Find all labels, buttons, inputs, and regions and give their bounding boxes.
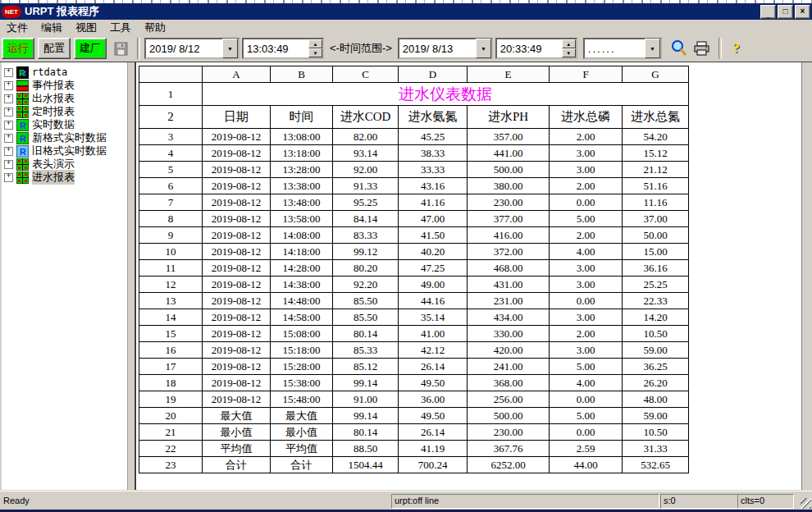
cell[interactable]: 230.00 xyxy=(468,424,550,441)
cell[interactable]: 合计 xyxy=(203,457,271,473)
cell[interactable]: 6252.00 xyxy=(468,457,550,473)
tree-item-event-report[interactable]: + 事件报表 xyxy=(4,79,127,92)
cell[interactable]: 2019-08-12 xyxy=(203,162,271,178)
cell[interactable]: 3.00 xyxy=(550,162,623,178)
cell[interactable]: 2019-08-12 xyxy=(203,342,271,359)
cell[interactable]: 14:58:00 xyxy=(271,309,333,326)
row-number[interactable]: 16 xyxy=(139,342,203,359)
cell[interactable]: 5.00 xyxy=(550,211,623,227)
cell[interactable]: 2019-08-12 xyxy=(203,375,271,391)
column-header[interactable]: C xyxy=(333,66,399,83)
cell[interactable]: 2019-08-12 xyxy=(203,178,271,194)
row-number[interactable]: 14 xyxy=(139,309,203,326)
tree-item-timed-report[interactable]: + 定时报表 xyxy=(4,105,127,118)
cell[interactable]: 25.25 xyxy=(623,277,689,293)
row-number[interactable]: 21 xyxy=(139,424,203,441)
cell[interactable]: 51.16 xyxy=(623,178,689,194)
end-time-spinner[interactable]: 20:33:49 ▲ ▼ xyxy=(495,38,577,59)
cell[interactable]: 50.00 xyxy=(623,227,689,244)
tree-item-realtime-data[interactable]: + R 实时数据 xyxy=(4,118,127,131)
cell[interactable]: 83.33 xyxy=(333,227,399,244)
cell[interactable]: 45.25 xyxy=(399,129,468,145)
build-plant-button[interactable]: 建厂 xyxy=(74,38,107,59)
cell[interactable]: 13:08:00 xyxy=(271,129,333,145)
report-select[interactable]: ...... ▼ xyxy=(583,38,662,59)
cell[interactable]: 0.00 xyxy=(550,391,623,408)
cell[interactable]: 256.00 xyxy=(468,391,550,408)
cell[interactable]: 3.00 xyxy=(550,260,623,277)
cell[interactable]: 26.14 xyxy=(399,424,468,441)
row-number[interactable]: 12 xyxy=(139,277,203,293)
column-header[interactable]: B xyxy=(271,66,333,83)
cell[interactable]: 13:38:00 xyxy=(271,178,333,194)
cell[interactable]: 14:48:00 xyxy=(271,293,333,309)
cell[interactable]: 4.00 xyxy=(550,244,623,260)
cell[interactable]: 59.00 xyxy=(623,408,689,424)
close-button[interactable]: × xyxy=(795,5,810,19)
cell[interactable]: 3.00 xyxy=(550,145,623,162)
cell[interactable]: 700.24 xyxy=(399,457,468,473)
cell[interactable]: 416.00 xyxy=(468,227,550,244)
cell[interactable]: 2.00 xyxy=(550,227,623,244)
cell[interactable]: 2019-08-12 xyxy=(203,227,271,244)
menu-tools[interactable]: 工具 xyxy=(103,20,138,36)
cell[interactable]: 91.33 xyxy=(333,178,399,194)
cell[interactable]: 36.25 xyxy=(623,359,689,375)
cell[interactable]: 2019-08-12 xyxy=(203,293,271,309)
cell[interactable]: 95.25 xyxy=(333,194,399,211)
expand-plus-icon[interactable]: + xyxy=(4,134,13,143)
menu-view[interactable]: 视图 xyxy=(69,20,103,36)
cell[interactable]: 49.50 xyxy=(399,408,468,424)
cell[interactable]: 230.00 xyxy=(468,194,550,211)
row-number[interactable]: 23 xyxy=(139,457,203,473)
cell[interactable]: 10.50 xyxy=(623,424,689,441)
tree-item-rtdata[interactable]: + RR rtdata xyxy=(4,66,127,79)
cell[interactable]: 最大值 xyxy=(203,408,271,424)
cell[interactable]: 36.16 xyxy=(623,260,689,277)
cell[interactable]: 85.50 xyxy=(333,293,399,309)
cell[interactable]: 13:48:00 xyxy=(271,194,333,211)
tree-item-outflow-report[interactable]: + 出水报表 xyxy=(4,92,127,105)
tree-item-inflow-report[interactable]: + 进水报表 xyxy=(4,171,127,184)
cell[interactable]: 41.50 xyxy=(399,227,468,244)
cell[interactable]: 合计 xyxy=(271,457,333,473)
tree-item-newformat-realtime[interactable]: + R 新格式实时数据 xyxy=(4,131,127,144)
cell[interactable]: 85.33 xyxy=(333,342,399,359)
row-number[interactable]: 15 xyxy=(139,326,203,342)
cell[interactable]: 441.00 xyxy=(468,145,550,162)
cell[interactable]: 85.12 xyxy=(333,359,399,375)
cell[interactable]: 380.00 xyxy=(468,178,550,194)
cell[interactable]: 最大值 xyxy=(271,408,333,424)
row-number[interactable]: 22 xyxy=(139,441,203,457)
chevron-down-icon[interactable]: ▼ xyxy=(645,39,660,58)
cell[interactable]: 10.50 xyxy=(623,326,689,342)
cell[interactable]: 26.14 xyxy=(399,359,468,375)
row-number[interactable]: 1 xyxy=(139,83,203,106)
cell[interactable]: 2.00 xyxy=(550,178,623,194)
cell[interactable]: 0.00 xyxy=(550,293,623,309)
expand-plus-icon[interactable]: + xyxy=(4,68,13,77)
cell[interactable]: 13:58:00 xyxy=(271,211,333,227)
cell[interactable]: 47.25 xyxy=(399,260,468,277)
cell[interactable]: 47.00 xyxy=(399,211,468,227)
cell[interactable]: 5.00 xyxy=(550,359,623,375)
cell[interactable]: 372.00 xyxy=(468,244,550,260)
maximize-button[interactable]: □ xyxy=(778,5,793,19)
cell[interactable]: 2019-08-12 xyxy=(203,244,271,260)
menu-edit[interactable]: 编辑 xyxy=(34,20,69,36)
tree-item-oldformat-realtime[interactable]: + R 旧格式实时数据 xyxy=(4,144,127,158)
row-number[interactable]: 18 xyxy=(139,375,203,391)
cell[interactable]: 2019-08-12 xyxy=(203,129,271,145)
cell[interactable]: 37.00 xyxy=(623,211,689,227)
cell[interactable]: 49.00 xyxy=(399,277,468,293)
tree-item-header-demo[interactable]: + 表头演示 xyxy=(4,158,127,171)
expand-plus-icon[interactable]: + xyxy=(4,121,13,130)
cell[interactable]: 99.14 xyxy=(333,375,399,391)
cell[interactable]: 平均值 xyxy=(271,441,333,457)
start-time-spinner[interactable]: 13:03:49 ▲ ▼ xyxy=(242,38,324,59)
cell[interactable]: 231.00 xyxy=(468,293,550,309)
cell[interactable]: 44.16 xyxy=(399,293,468,309)
row-number[interactable]: 19 xyxy=(139,391,203,408)
cell[interactable]: 241.00 xyxy=(468,359,550,375)
row-number[interactable]: 20 xyxy=(139,408,203,424)
